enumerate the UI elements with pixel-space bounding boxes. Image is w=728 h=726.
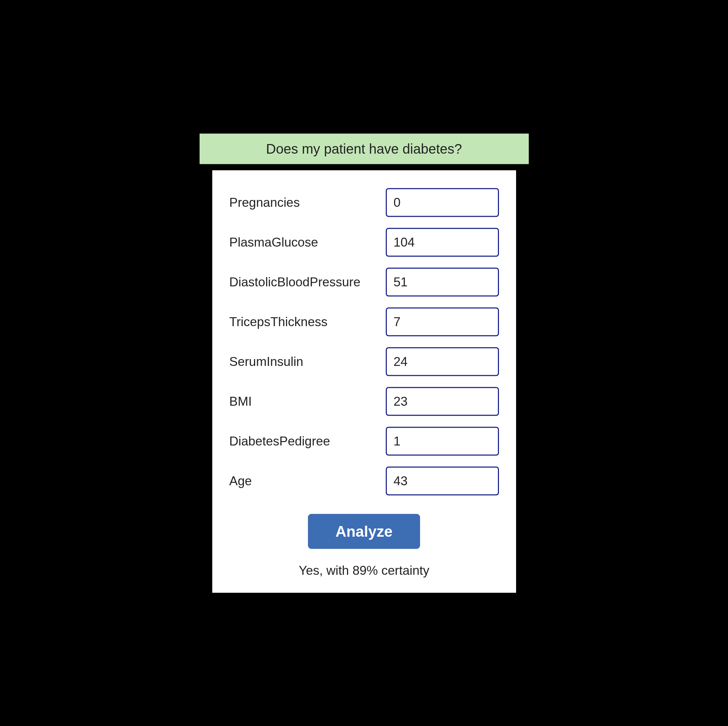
field-label: PlasmaGlucose bbox=[229, 235, 318, 249]
field-label: TricepsThickness bbox=[229, 315, 327, 329]
field-row-age: Age bbox=[229, 466, 499, 495]
field-label: SerumInsulin bbox=[229, 354, 303, 369]
field-row-plasmaglucose: PlasmaGlucose bbox=[229, 228, 499, 257]
bmi-input[interactable] bbox=[386, 387, 499, 416]
field-row-diabetespedigree: DiabetesPedigree bbox=[229, 426, 499, 455]
button-row: Analyze bbox=[229, 514, 499, 549]
field-label: BMI bbox=[229, 394, 252, 408]
field-row-bmi: BMI bbox=[229, 387, 499, 416]
age-input[interactable] bbox=[386, 466, 499, 495]
diastolicbloodpressure-input[interactable] bbox=[386, 267, 499, 296]
seruminsulin-input[interactable] bbox=[386, 347, 499, 376]
field-row-pregnancies: Pregnancies bbox=[229, 188, 499, 217]
analyze-button[interactable]: Analyze bbox=[308, 514, 420, 549]
plasmaglucose-input[interactable] bbox=[386, 228, 499, 257]
result-text: Yes, with 89% certainty bbox=[229, 563, 499, 578]
tricepsthickness-input[interactable] bbox=[386, 307, 499, 336]
pregnancies-input[interactable] bbox=[386, 188, 499, 217]
app-container: Does my patient have diabetes? Pregnanci… bbox=[200, 133, 529, 593]
field-row-tricepsthickness: TricepsThickness bbox=[229, 307, 499, 336]
page-title: Does my patient have diabetes? bbox=[200, 133, 529, 164]
field-row-diastolicbloodpressure: DiastolicBloodPressure bbox=[229, 267, 499, 296]
field-label: DiastolicBloodPressure bbox=[229, 275, 361, 289]
field-label: Age bbox=[229, 474, 252, 488]
field-label: Pregnancies bbox=[229, 195, 300, 209]
field-row-seruminsulin: SerumInsulin bbox=[229, 347, 499, 376]
field-label: DiabetesPedigree bbox=[229, 434, 330, 448]
diabetespedigree-input[interactable] bbox=[386, 426, 499, 455]
form-panel: Pregnancies PlasmaGlucose DiastolicBlood… bbox=[212, 170, 516, 593]
